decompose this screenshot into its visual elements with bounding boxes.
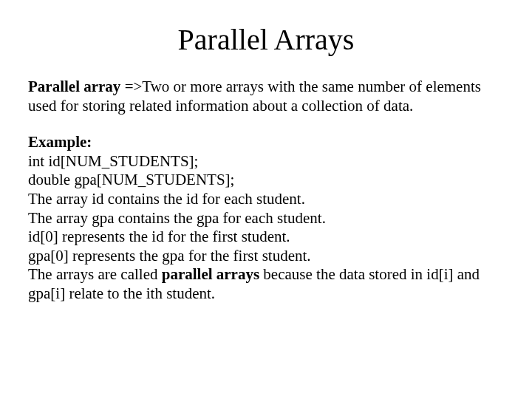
text-7b-bold: parallel arrays — [162, 265, 259, 283]
code-line-2: double gpa[NUM_STUDENTS]; — [28, 171, 504, 190]
code-line-1: int id[NUM_STUDENTS]; — [28, 152, 504, 171]
example-label: Example: — [28, 133, 504, 152]
slide-title: Parallel Arrays — [28, 22, 504, 57]
slide-container: Parallel Arrays Parallel array =>Two or … — [0, 0, 532, 318]
term-bold: Parallel array — [28, 78, 125, 95]
text-7a: The arrays are called — [28, 265, 162, 283]
text-line-4: The array gpa contains the gpa for each … — [28, 209, 504, 228]
text-line-7: The arrays are called parallel arrays be… — [28, 265, 504, 303]
text-line-5: id[0] represents the id for the first st… — [28, 228, 504, 247]
text-line-3: The array id contains the id for each st… — [28, 190, 504, 209]
text-line-6: gpa[0] represents the gpa for the first … — [28, 247, 504, 266]
definition-paragraph: Parallel array =>Two or more arrays with… — [28, 78, 504, 115]
example-block: Example: int id[NUM_STUDENTS]; double gp… — [28, 133, 504, 303]
